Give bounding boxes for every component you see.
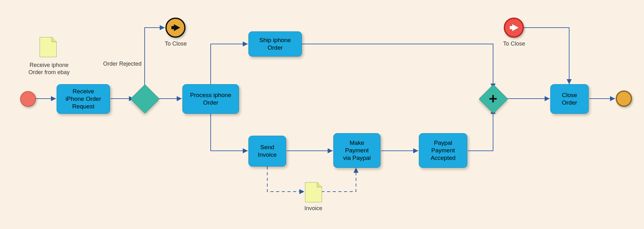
link-catch-to-close: [504, 18, 524, 38]
label-to-close-catch: To Close: [503, 40, 525, 47]
task-label: Close Order: [562, 91, 577, 106]
task-close-order: Close Order: [550, 84, 589, 114]
task-label: Send Invoice: [258, 144, 277, 159]
end-event: [616, 90, 632, 107]
task-receive-order: Receive iPhone Order Request: [57, 84, 110, 114]
task-make-payment: Make Payment via Paypal: [333, 133, 380, 168]
note-invoice: [305, 182, 322, 202]
task-label: Paypal Payment Accepted: [430, 139, 455, 161]
link-throw-to-close: [165, 18, 186, 38]
task-payment-accepted: Paypal Payment Accepted: [419, 133, 467, 168]
task-process-order: Process iphone Order: [182, 84, 239, 114]
gateway-parallel-join: +: [483, 89, 503, 109]
task-label: Ship iphone Order: [259, 36, 291, 52]
note-receive-order: [40, 37, 57, 57]
note-receive-label: Receive iphone Order from ebay: [24, 62, 74, 76]
label-order-rejected: Order Rejected: [103, 60, 142, 68]
task-ship-order: Ship iphone Order: [248, 31, 302, 57]
label-to-close-throw: To Close: [165, 40, 187, 47]
gateway-order-decision: [135, 89, 155, 109]
arrow-icon: [174, 24, 180, 31]
task-label: Receive iPhone Order Request: [65, 88, 101, 110]
note-invoice-label: Invoice: [304, 205, 322, 212]
start-event: [20, 91, 36, 107]
task-label: Process iphone Order: [190, 91, 231, 106]
task-label: Make Payment via Paypal: [343, 139, 371, 161]
arrow-icon: [512, 24, 519, 31]
flow-edges: [0, 0, 644, 229]
task-send-invoice: Send Invoice: [248, 136, 286, 166]
